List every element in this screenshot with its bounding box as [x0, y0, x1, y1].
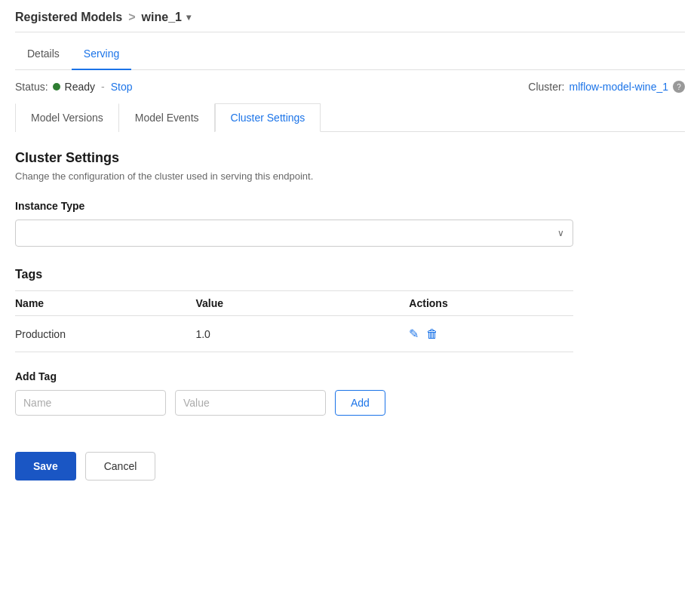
stop-link[interactable]: Stop — [111, 81, 133, 93]
instance-type-select-wrapper: ∨ — [15, 220, 573, 247]
col-value: Value — [195, 291, 409, 316]
tag-value: 1.0 — [195, 316, 409, 352]
tab-model-versions[interactable]: Model Versions — [15, 103, 119, 132]
status-separator: - — [101, 81, 105, 93]
delete-icon[interactable]: 🗑 — [426, 327, 438, 341]
add-tag-name-input[interactable] — [15, 390, 166, 416]
cluster-settings-description: Change the configuration of the cluster … — [15, 170, 685, 182]
breadcrumb-current: wine_1 ▾ — [142, 11, 191, 24]
status-left: Status: Ready - Stop — [15, 81, 133, 93]
breadcrumb-separator: > — [128, 11, 135, 24]
model-dropdown-icon[interactable]: ▾ — [186, 12, 191, 23]
tab-model-events[interactable]: Model Events — [119, 103, 215, 132]
col-name: Name — [15, 291, 195, 316]
cluster-label: Cluster: — [528, 81, 564, 93]
help-icon[interactable]: ? — [673, 81, 685, 93]
table-row: Production 1.0 ✎ 🗑 — [15, 316, 573, 352]
cluster-info: Cluster: mlflow-model-wine_1 ? — [528, 81, 685, 93]
content-area: Cluster Settings Change the configuratio… — [15, 132, 685, 499]
tag-name: Production — [15, 316, 195, 352]
bottom-actions: Save Cancel — [15, 440, 685, 481]
cancel-button[interactable]: Cancel — [85, 452, 156, 481]
add-tag-title: Add Tag — [15, 370, 685, 382]
sub-tabs: Model Versions Model Events Cluster Sett… — [15, 103, 685, 132]
instance-type-select[interactable] — [15, 220, 573, 247]
add-tag-section: Add Tag Add — [15, 370, 685, 416]
tags-table-header: Name Value Actions — [15, 291, 573, 316]
add-tag-button[interactable]: Add — [335, 390, 385, 416]
instance-type-label: Instance Type — [15, 200, 685, 212]
tags-section: Tags Name Value Actions Production 1.0 — [15, 268, 685, 352]
status-ready-text: Ready — [65, 81, 95, 93]
action-icons: ✎ 🗑 — [409, 327, 564, 341]
add-tag-row: Add — [15, 390, 685, 416]
status-bar: Status: Ready - Stop Cluster: mlflow-mod… — [15, 70, 685, 103]
breadcrumb-model-name: wine_1 — [142, 11, 182, 24]
status-label: Status: — [15, 81, 48, 93]
breadcrumb: Registered Models > wine_1 ▾ — [15, 0, 685, 32]
edit-icon[interactable]: ✎ — [409, 327, 419, 341]
breadcrumb-parent[interactable]: Registered Models — [15, 11, 122, 24]
tag-actions: ✎ 🗑 — [409, 316, 573, 352]
cluster-name[interactable]: mlflow-model-wine_1 — [570, 81, 669, 93]
main-tabs: Details Serving — [15, 38, 685, 70]
tab-serving[interactable]: Serving — [72, 38, 131, 70]
tab-cluster-settings[interactable]: Cluster Settings — [215, 103, 321, 132]
tab-details[interactable]: Details — [15, 38, 72, 70]
save-button[interactable]: Save — [15, 452, 76, 481]
add-tag-value-input[interactable] — [175, 390, 326, 416]
status-dot-green — [53, 83, 60, 91]
tags-table: Name Value Actions Production 1.0 ✎ 🗑 — [15, 290, 573, 352]
tags-title: Tags — [15, 268, 685, 281]
cluster-settings-title: Cluster Settings — [15, 150, 685, 166]
col-actions: Actions — [409, 291, 573, 316]
